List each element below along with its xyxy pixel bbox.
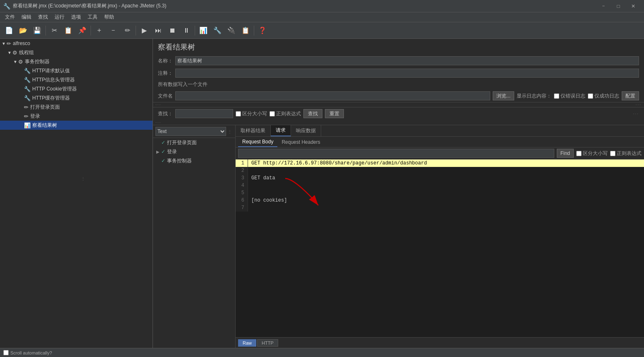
- regex-checkbox[interactable]: [270, 111, 275, 117]
- sub-tab-request-body[interactable]: Request Body: [238, 137, 277, 147]
- sidebar-item-9[interactable]: 📊察看结果树: [0, 121, 153, 130]
- toolbar-btn-6[interactable]: 📌: [76, 24, 89, 37]
- toolbar-btn-20[interactable]: 📋: [239, 24, 252, 37]
- toolbar-separator-3: [45, 26, 46, 36]
- toolbar-btn-14[interactable]: ⏹: [166, 24, 179, 37]
- browse-button[interactable]: 浏览...: [493, 91, 514, 100]
- menu-运行[interactable]: 运行: [51, 12, 68, 22]
- menu-工具[interactable]: 工具: [84, 12, 101, 22]
- file-input[interactable]: [175, 91, 490, 100]
- main-area: ▼✏alfresco▼⚙线程组▼⚙事务控制器🔧HTTP请求默认值🔧HTTP信息头…: [0, 39, 644, 348]
- sidebar-icon-9: 📊: [24, 122, 31, 129]
- code-line-5: 5: [236, 189, 644, 197]
- menu-编辑[interactable]: 编辑: [18, 12, 35, 22]
- toolbar-separator-16: [195, 26, 195, 36]
- menu-选项[interactable]: 选项: [68, 12, 84, 22]
- toolbar-btn-19[interactable]: 🔌: [225, 24, 238, 37]
- menu-文件[interactable]: 文件: [2, 12, 18, 22]
- list-item-2[interactable]: ✓事务控制器: [153, 156, 235, 165]
- sidebar: ▼✏alfresco▼⚙线程组▼⚙事务控制器🔧HTTP请求默认值🔧HTTP信息头…: [0, 39, 153, 348]
- toolbar-btn-2[interactable]: 💾: [31, 24, 44, 37]
- search-input[interactable]: [175, 109, 233, 118]
- success-only-label[interactable]: 仅成功日志: [588, 93, 619, 100]
- error-only-label[interactable]: 仅错误日志: [554, 93, 585, 100]
- toolbar-btn-4[interactable]: ✂: [48, 24, 61, 37]
- find-input[interactable]: [238, 149, 554, 158]
- sidebar-icon-8: ✏: [24, 113, 29, 119]
- toolbar-btn-17[interactable]: 📊: [197, 24, 210, 37]
- log-section-label: 所有数据写入一个文件: [153, 79, 644, 90]
- sidebar-item-6[interactable]: 🔧HTTP缓存管理器: [0, 93, 153, 102]
- list-pane: TextXMLHTMLJSONBoundary Extractor ⋮ ✓打开登…: [153, 125, 236, 348]
- sub-tab-bar: Request BodyRequest Headers: [236, 137, 644, 148]
- sidebar-item-0[interactable]: ▼✏alfresco: [0, 39, 153, 48]
- sidebar-item-3[interactable]: 🔧HTTP请求默认值: [0, 66, 153, 75]
- maximize-button[interactable]: □: [611, 0, 626, 12]
- sub-tab-request-headers[interactable]: Request Headers: [277, 137, 324, 147]
- sidebar-item-2[interactable]: ▼⚙事务控制器: [0, 57, 153, 66]
- find-case-checkbox[interactable]: [576, 151, 582, 156]
- list-item-1[interactable]: ▶✓登录: [153, 147, 235, 156]
- toolbar-btn-8[interactable]: ＋: [93, 24, 106, 37]
- config-button[interactable]: 配置: [622, 91, 639, 100]
- find-regex-label[interactable]: 正则表达式: [610, 150, 642, 157]
- toolbar-btn-9[interactable]: －: [107, 24, 120, 37]
- sidebar-icon-6: 🔧: [24, 95, 31, 101]
- toolbar-btn-10[interactable]: ✏: [121, 24, 134, 37]
- main-tab-response-data[interactable]: 响应数据: [291, 125, 321, 136]
- search-row: 查找： 区分大小写 正则表达式 查找 重置 ···: [153, 107, 644, 120]
- name-input[interactable]: [175, 56, 639, 65]
- find-case-label[interactable]: 区分大小写: [576, 150, 608, 157]
- scroll-auto-label[interactable]: Scroll automatically?: [3, 350, 52, 355]
- sidebar-label-3: HTTP请求默认值: [32, 67, 70, 74]
- toolbar-btn-1[interactable]: 📂: [17, 24, 30, 37]
- find-bar: Find 区分大小写 正则表达式: [236, 148, 644, 159]
- sidebar-icon-7: ✏: [24, 104, 29, 110]
- bottom-tab-raw[interactable]: Raw: [238, 339, 256, 347]
- scroll-auto-checkbox[interactable]: [3, 350, 9, 355]
- main-tab-request[interactable]: 请求: [271, 125, 291, 136]
- sidebar-arrow-1: ▼: [7, 50, 12, 55]
- toolbar-btn-12[interactable]: ▶: [138, 24, 151, 37]
- menu-查找[interactable]: 查找: [35, 12, 51, 22]
- find-btn[interactable]: Find: [557, 149, 574, 158]
- sidebar-label-2: 事务控制器: [25, 58, 50, 65]
- sidebar-icon-4: 🔧: [24, 77, 31, 83]
- type-dropdown-row: TextXMLHTMLJSONBoundary Extractor ⋮: [153, 125, 235, 138]
- toolbar-btn-18[interactable]: 🔧: [211, 24, 224, 37]
- toolbar-btn-22[interactable]: ❓: [256, 24, 269, 37]
- find-button[interactable]: 查找: [303, 109, 322, 118]
- sidebar-item-1[interactable]: ▼⚙线程组: [0, 48, 153, 57]
- type-select[interactable]: TextXMLHTMLJSONBoundary Extractor: [155, 127, 226, 136]
- sidebar-icon-1: ⚙: [12, 50, 17, 56]
- find-regex-checkbox[interactable]: [610, 151, 615, 156]
- case-checkbox[interactable]: [236, 111, 241, 117]
- main-tab-sampler-result[interactable]: 取样器结果: [236, 125, 271, 136]
- comment-input[interactable]: [175, 69, 639, 78]
- toolbar-btn-13[interactable]: ⏭: [152, 24, 165, 37]
- sidebar-item-7[interactable]: ✏打开登录页面: [0, 102, 153, 112]
- toolbar-btn-5[interactable]: 📋: [62, 24, 75, 37]
- bottom-tab-bar: RawHTTP: [236, 337, 644, 348]
- error-only-checkbox[interactable]: [554, 93, 559, 99]
- menu-帮助[interactable]: 帮助: [101, 12, 117, 22]
- toolbar-btn-15[interactable]: ⏸: [180, 24, 193, 37]
- name-row: 名称：: [153, 55, 644, 67]
- menubar: 文件编辑查找运行选项工具帮助: [0, 12, 644, 22]
- sidebar-icon-5: 🔧: [24, 86, 31, 92]
- bottom-tab-http[interactable]: HTTP: [257, 339, 278, 347]
- sidebar-item-5[interactable]: 🔧HTTP Cookie管理器: [0, 84, 153, 93]
- code-line-6: 6[no cookies]: [236, 197, 644, 204]
- success-only-checkbox[interactable]: [588, 93, 593, 99]
- sidebar-arrow-2: ▼: [13, 60, 18, 64]
- minimize-button[interactable]: －: [596, 0, 611, 12]
- case-sensitive-check[interactable]: 区分大小写: [236, 110, 267, 117]
- reset-button[interactable]: 重置: [325, 109, 344, 118]
- sidebar-item-8[interactable]: ✏登录: [0, 112, 153, 121]
- toolbar-btn-0[interactable]: 📄: [2, 24, 16, 37]
- regex-check[interactable]: 正则表达式: [270, 110, 301, 117]
- name-label: 名称：: [158, 57, 173, 64]
- sidebar-item-4[interactable]: 🔧HTTP信息头管理器: [0, 75, 153, 84]
- list-item-0[interactable]: ✓打开登录页面: [153, 138, 235, 147]
- close-button[interactable]: ✕: [626, 0, 641, 12]
